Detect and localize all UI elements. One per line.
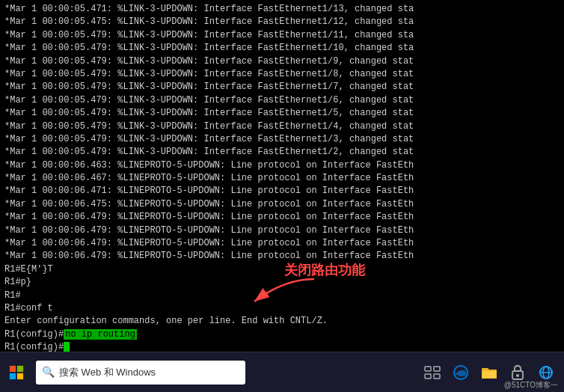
prompt-line-3: R1# bbox=[4, 290, 560, 302]
search-icon: 🔍 bbox=[42, 366, 55, 379]
log-line-12: *Mar 1 00:00:05.479: %LINK-3-UPDOWN: Int… bbox=[4, 146, 560, 159]
log-line-14: *Mar 1 00:00:06.467: %LINEPROTO-5-UPDOWN… bbox=[4, 172, 560, 185]
log-line-20: *Mar 1 00:00:06.479: %LINEPROTO-5-UPDOWN… bbox=[4, 250, 560, 263]
log-line-13: *Mar 1 00:00:06.463: %LINEPROTO-5-UPDOWN… bbox=[4, 159, 560, 172]
log-line-3: *Mar 1 00:00:05.479: %LINK-3-UPDOWN: Int… bbox=[4, 29, 560, 42]
svg-rect-3 bbox=[10, 373, 16, 379]
prompt-line-1: R1#E{M'}T bbox=[4, 263, 560, 276]
log-line-10: *Mar 1 00:00:05.479: %LINK-3-UPDOWN: Int… bbox=[4, 120, 560, 133]
log-line-15: *Mar 1 00:00:06.471: %LINEPROTO-5-UPDOWN… bbox=[4, 185, 560, 197]
task-view-icon bbox=[424, 366, 441, 379]
log-line-9: *Mar 1 00:00:05.479: %LINK-3-UPDOWN: Int… bbox=[4, 107, 560, 120]
svg-rect-10 bbox=[482, 371, 497, 379]
taskbar: 🔍 搜索 Web 和 Windows bbox=[0, 352, 564, 392]
svg-rect-5 bbox=[425, 367, 431, 371]
svg-rect-4 bbox=[17, 373, 23, 379]
log-line-6: *Mar 1 00:00:05.479: %LINK-3-UPDOWN: Int… bbox=[4, 68, 560, 81]
log-line-2: *Mar 1 00:00:05.475: %LINK-3-UPDOWN: Int… bbox=[4, 16, 560, 28]
prompt-last: R1(config)# bbox=[4, 341, 560, 352]
folder-icon bbox=[481, 365, 497, 380]
conf-mode-msg: Enter configuration commands, one per li… bbox=[4, 315, 560, 328]
edge-icon bbox=[453, 364, 469, 381]
prompt-line-2: R1#p} bbox=[4, 276, 560, 289]
highlighted-command: no ip routing bbox=[64, 329, 137, 340]
log-line-5: *Mar 1 00:00:05.479: %LINK-3-UPDOWN: Int… bbox=[4, 55, 560, 68]
file-explorer-button[interactable] bbox=[477, 361, 501, 385]
edge-browser-button[interactable] bbox=[449, 361, 473, 385]
cursor bbox=[64, 342, 70, 352]
task-view-button[interactable] bbox=[420, 361, 444, 385]
log-line-17: *Mar 1 00:00:06.479: %LINEPROTO-5-UPDOWN… bbox=[4, 211, 560, 224]
svg-rect-8 bbox=[434, 374, 440, 379]
terminal-window: *Mar 1 00:00:05.471: %LINK-3-UPDOWN: Int… bbox=[0, 0, 564, 352]
log-line-8: *Mar 1 00:00:05.479: %LINK-3-UPDOWN: Int… bbox=[4, 94, 560, 107]
search-box[interactable]: 🔍 搜索 Web 和 Windows bbox=[36, 361, 245, 385]
svg-rect-7 bbox=[425, 374, 431, 379]
svg-rect-1 bbox=[10, 365, 16, 371]
svg-rect-6 bbox=[434, 367, 440, 371]
log-line-19: *Mar 1 00:00:06.479: %LINEPROTO-5-UPDOWN… bbox=[4, 237, 560, 250]
watermark-text: @51CTO博客一 bbox=[504, 380, 558, 391]
prompt-line-4: R1#conf t bbox=[4, 302, 560, 315]
svg-rect-2 bbox=[17, 365, 23, 371]
svg-point-12 bbox=[516, 374, 519, 377]
windows-logo-icon bbox=[9, 365, 24, 380]
ie-icon bbox=[538, 364, 554, 381]
log-line-11: *Mar 1 00:00:05.479: %LINK-3-UPDOWN: Int… bbox=[4, 133, 560, 146]
log-line-4: *Mar 1 00:00:05.479: %LINK-3-UPDOWN: Int… bbox=[4, 42, 560, 55]
routing-command-line: R1(config)#no ip routing bbox=[4, 328, 560, 341]
start-button[interactable] bbox=[0, 352, 33, 393]
lock-icon bbox=[510, 364, 525, 381]
search-text: 搜索 Web 和 Windows bbox=[59, 366, 156, 379]
log-line-18: *Mar 1 00:00:06.479: %LINEPROTO-5-UPDOWN… bbox=[4, 224, 560, 237]
log-line-7: *Mar 1 00:00:05.479: %LINK-3-UPDOWN: Int… bbox=[4, 81, 560, 94]
log-line-16: *Mar 1 00:00:06.475: %LINEPROTO-5-UPDOWN… bbox=[4, 198, 560, 211]
log-line-1: *Mar 1 00:00:05.471: %LINK-3-UPDOWN: Int… bbox=[4, 3, 560, 16]
